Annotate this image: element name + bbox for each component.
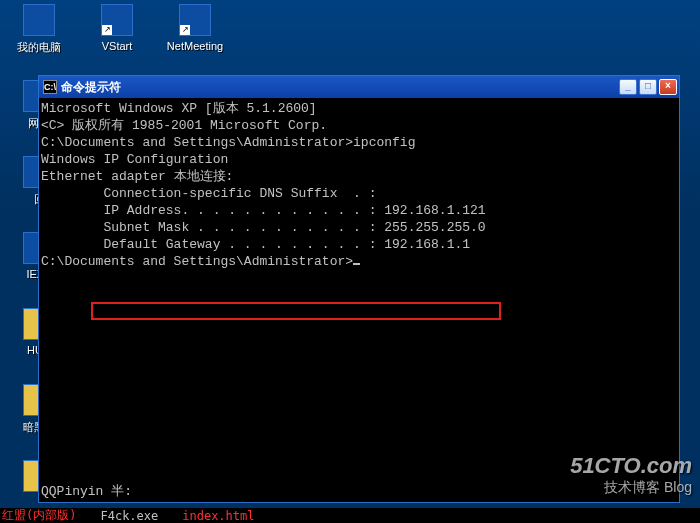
cmd-window: C:\ 命令提示符 _ □ × Microsoft Windows XP [版本… <box>38 75 680 503</box>
console-line: C:\Documents and Settings\Administrator>… <box>41 134 675 151</box>
ip-highlight-box <box>91 302 501 320</box>
taskbar-item[interactable]: 红盟(内部版) <box>2 507 76 523</box>
console-line: Microsoft Windows XP [版本 5.1.2600] <box>41 100 675 117</box>
console-line: Default Gateway . . . . . . . . . : 192.… <box>41 236 675 253</box>
icon-label: 我的电脑 <box>4 40 74 55</box>
console-line: <C> 版权所有 1985-2001 Microsoft Corp. <box>41 117 675 134</box>
console-line: Windows IP Configuration <box>41 151 675 168</box>
computer-icon <box>23 4 55 36</box>
window-controls: _ □ × <box>619 79 677 95</box>
maximize-button[interactable]: □ <box>639 79 657 95</box>
shortcut-arrow-icon: ↗ <box>102 25 112 35</box>
console-line: Subnet Mask . . . . . . . . . . . : 255.… <box>41 219 675 236</box>
app-icon: ↗ <box>101 4 133 36</box>
icon-label: VStart <box>82 40 152 52</box>
ime-status: QQPinyin 半: <box>41 483 132 500</box>
desktop: 我的电脑 ↗ VStart ↗ NetMeeting 网上 回 IEXP HUC… <box>0 0 700 523</box>
taskbar-item[interactable]: F4ck.exe <box>100 509 158 523</box>
desktop-icon-netmeeting[interactable]: ↗ NetMeeting <box>160 4 230 52</box>
desktop-icon-mycomputer[interactable]: 我的电脑 <box>4 4 74 55</box>
titlebar[interactable]: C:\ 命令提示符 _ □ × <box>39 76 679 98</box>
taskbar-item[interactable]: index.html <box>182 509 254 523</box>
console-line: C:\Documents and Settings\Administrator> <box>41 253 675 270</box>
console-line: Ethernet adapter 本地连接: <box>41 168 675 185</box>
app-icon: ↗ <box>179 4 211 36</box>
console-line: IP Address. . . . . . . . . . . . : 192.… <box>41 202 675 219</box>
watermark-small: 技术博客 Blog <box>570 479 692 497</box>
console-line: Connection-specific DNS Suffix . : <box>41 185 675 202</box>
icon-label: NetMeeting <box>160 40 230 52</box>
taskbar[interactable]: 红盟(内部版) F4ck.exe index.html <box>0 508 700 523</box>
shortcut-arrow-icon: ↗ <box>180 25 190 35</box>
minimize-button[interactable]: _ <box>619 79 637 95</box>
desktop-icon-vstart[interactable]: ↗ VStart <box>82 4 152 52</box>
watermark-big: 51CTO.com <box>570 453 692 479</box>
window-title: 命令提示符 <box>61 79 619 96</box>
cmd-icon: C:\ <box>43 80 57 94</box>
close-button[interactable]: × <box>659 79 677 95</box>
console-output[interactable]: Microsoft Windows XP [版本 5.1.2600]<C> 版权… <box>39 98 679 502</box>
watermark: 51CTO.com 技术博客 Blog <box>570 453 692 497</box>
